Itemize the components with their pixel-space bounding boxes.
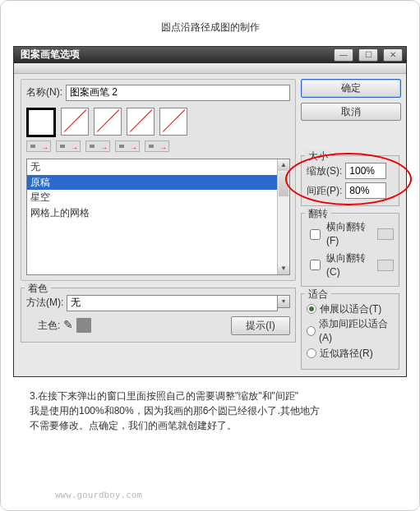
flip-h-icon	[377, 228, 394, 240]
minimize-button[interactable]: —	[334, 48, 353, 62]
tip-button[interactable]: 提示(I)	[231, 316, 290, 335]
tile-3[interactable]	[94, 108, 122, 136]
list-item[interactable]: 网格上的网格	[27, 205, 277, 221]
list-item[interactable]: 星空	[27, 190, 277, 205]
caption: 3.在接下来弹出的窗口里面按照自己的需要调整"缩放"和"间距" 我是使用的100…	[30, 389, 390, 433]
flip-v-checkbox[interactable]	[310, 260, 321, 270]
spacing-label: 间距(P):	[307, 184, 342, 198]
scale-input[interactable]	[345, 163, 386, 179]
keycolor-label: 主色:	[38, 319, 60, 333]
fit-addspace-radio[interactable]: 添加间距以适合(A)	[307, 317, 394, 345]
list-item[interactable]: 原稿	[27, 175, 277, 191]
titlebar: 图案画笔选项 — ☐ ✕	[14, 47, 406, 63]
scroll-down-button[interactable]: ▼	[278, 263, 289, 274]
list-item[interactable]: 无	[27, 159, 277, 175]
spacing-input[interactable]	[345, 182, 386, 199]
subtile-3[interactable]: →	[85, 140, 110, 152]
window-title: 图案画笔选项	[17, 48, 80, 62]
subtile-4[interactable]: →	[115, 140, 140, 152]
tint-legend: 着色	[25, 282, 51, 296]
subtile-1[interactable]: →	[26, 140, 51, 152]
caption-line: 不需要修改。点确定，我们的画笔就创建好了。	[30, 418, 390, 433]
scale-label: 缩放(S):	[307, 164, 342, 178]
tile-2[interactable]	[61, 108, 89, 136]
tile-4[interactable]	[127, 108, 155, 136]
name-input[interactable]	[66, 85, 290, 101]
tutorial-title: 圆点沿路径成图的制作	[13, 16, 407, 46]
close-button[interactable]: ✕	[383, 48, 403, 62]
pattern-listbox[interactable]: 无 原稿 星空 网格上的网格 ▲ ▼	[26, 159, 290, 275]
method-label: 方法(M):	[26, 296, 63, 310]
flip-legend: 翻转	[305, 207, 331, 221]
tile-main[interactable]	[26, 108, 56, 137]
dialog-window: 图案画笔选项 — ☐ ✕ 名称(N):	[13, 46, 407, 377]
scroll-up-button[interactable]: ▲	[278, 159, 289, 171]
flip-fieldset: 翻转 横向翻转(F) 纵向翻转(C)	[301, 213, 399, 286]
ok-button[interactable]: 确定	[301, 79, 401, 98]
cancel-button[interactable]: 取消	[301, 103, 401, 122]
subtile-row: → → → → →	[26, 140, 290, 152]
flip-h-checkbox[interactable]	[310, 229, 321, 240]
tile-row	[26, 108, 290, 137]
fit-legend: 适合	[305, 288, 331, 302]
size-fieldset: 大小 缩放(S): 间距(P):	[301, 155, 399, 206]
eyedropper-icon[interactable]: ✎	[63, 317, 73, 334]
fit-approx-radio[interactable]: 近似路径(R)	[307, 347, 394, 361]
flip-v-icon	[377, 260, 394, 271]
flip-h-label: 横向翻转(F)	[326, 220, 374, 248]
scrollbar[interactable]: ▲ ▼	[277, 159, 289, 274]
tint-fieldset: 着色 方法(M): ▾ 主色: ✎ 提示(I)	[21, 288, 296, 343]
top-panel: 名称(N): → → → → →	[21, 79, 296, 281]
fit-stretch-radio[interactable]: 伸展以适合(T)	[307, 302, 394, 316]
method-select[interactable]	[67, 295, 278, 311]
flip-v-label: 纵向翻转(C)	[326, 251, 374, 279]
maximize-button[interactable]: ☐	[358, 48, 378, 62]
subtile-2[interactable]: →	[56, 140, 81, 152]
size-legend: 大小	[305, 150, 331, 163]
scroll-thumb[interactable]	[279, 172, 288, 196]
subtile-5[interactable]: →	[145, 140, 169, 152]
keycolor-swatch[interactable]	[76, 318, 91, 333]
caption-line: 我是使用的100%和80%，因为我画的那6个圆已经很小了.其他地方	[30, 403, 390, 418]
caption-line: 3.在接下来弹出的窗口里面按照自己的需要调整"缩放"和"间距"	[30, 389, 390, 403]
fit-fieldset: 适合 伸展以适合(T) 添加间距以适合(A) 近似路径(R)	[301, 293, 399, 370]
watermark: www.gourdboy.com	[55, 490, 142, 500]
toolbar-shelf	[14, 63, 406, 74]
method-dropdown-button[interactable]: ▾	[278, 295, 290, 308]
name-label: 名称(N):	[26, 85, 62, 99]
tile-5[interactable]	[159, 108, 187, 136]
